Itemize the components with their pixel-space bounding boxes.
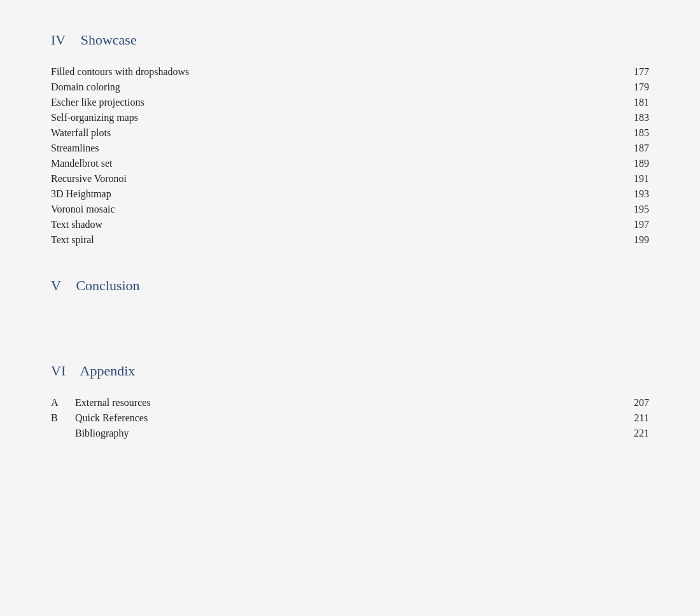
section-conclusion: V Conclusion	[51, 277, 649, 331]
page-num-waterfall-plots: 185	[611, 127, 649, 139]
section-title-appendix: Appendix	[80, 363, 136, 379]
entry-title-self-organizing-maps: Self-organizing maps	[51, 112, 611, 123]
entry-title-voronoi-mosaic: Voronoi mosaic	[51, 204, 611, 215]
entry-title-streamlines: Streamlines	[51, 143, 611, 154]
entry-title-domain-coloring: Domain coloring	[51, 81, 611, 93]
page-num-3d-heightmap: 193	[611, 188, 649, 200]
entry-title-quick-references: Quick References	[75, 412, 611, 424]
appendix-entry-external-resources: A External resources 207	[51, 397, 649, 409]
page-num-self-organizing-maps: 183	[611, 112, 649, 123]
toc-entry-text-shadow: Text shadow 197	[51, 219, 649, 230]
toc-entry-3d-heightmap: 3D Heightmap 193	[51, 188, 649, 200]
page-num-filled-contours: 177	[611, 66, 649, 78]
appendix-entry-quick-references: B Quick References 211	[51, 412, 649, 424]
entry-title-text-spiral: Text spiral	[51, 234, 611, 246]
section-numeral-showcase: IV	[51, 32, 66, 48]
toc-entry-mandelbrot-set: Mandelbrot set 189	[51, 158, 649, 169]
toc-entry-self-organizing-maps: Self-organizing maps 183	[51, 112, 649, 123]
section-heading-appendix: VI Appendix	[51, 363, 649, 379]
section-title-conclusion: Conclusion	[76, 277, 139, 293]
toc-entry-escher-projections: Escher like projections 181	[51, 97, 649, 108]
toc-entry-text-spiral: Text spiral 199	[51, 234, 649, 246]
entry-title-escher-projections: Escher like projections	[51, 97, 611, 108]
toc-entry-voronoi-mosaic: Voronoi mosaic 195	[51, 204, 649, 215]
section-numeral-conclusion: V	[51, 277, 61, 293]
entry-title-waterfall-plots: Waterfall plots	[51, 127, 611, 139]
entry-title-3d-heightmap: 3D Heightmap	[51, 188, 611, 200]
toc-entry-recursive-voronoi: Recursive Voronoi 191	[51, 173, 649, 185]
entry-title-mandelbrot-set: Mandelbrot set	[51, 158, 611, 169]
toc-entry-domain-coloring: Domain coloring 179	[51, 81, 649, 93]
section-appendix: VI Appendix A External resources 207 B Q…	[51, 363, 649, 439]
page-num-quick-references: 211	[611, 412, 649, 424]
page-num-domain-coloring: 179	[611, 81, 649, 93]
page-num-recursive-voronoi: 191	[611, 173, 649, 185]
toc-entries-showcase: Filled contours with dropshadows 177 Dom…	[51, 66, 649, 246]
page-num-external-resources: 207	[611, 397, 649, 409]
section-showcase: IV Showcase Filled contours with dropsha…	[51, 32, 649, 246]
entry-title-recursive-voronoi: Recursive Voronoi	[51, 173, 611, 185]
page-num-text-spiral: 199	[611, 234, 649, 246]
page-num-streamlines: 187	[611, 143, 649, 154]
section-numeral-appendix: VI	[51, 363, 66, 379]
entry-title-text-shadow: Text shadow	[51, 219, 611, 230]
appendix-letter-b: B	[51, 412, 69, 424]
page-num-escher-projections: 181	[611, 97, 649, 108]
entry-title-bibliography: Bibliography	[75, 428, 611, 439]
toc-entry-waterfall-plots: Waterfall plots 185	[51, 127, 649, 139]
section-heading-showcase: IV Showcase	[51, 32, 649, 48]
page-num-voronoi-mosaic: 195	[611, 204, 649, 215]
section-heading-conclusion: V Conclusion	[51, 277, 649, 294]
appendix-letter-a: A	[51, 397, 69, 409]
toc-entry-streamlines: Streamlines 187	[51, 143, 649, 154]
toc-entries-appendix: A External resources 207 B Quick Referen…	[51, 397, 649, 439]
entry-title-filled-contours: Filled contours with dropshadows	[51, 66, 611, 78]
page-num-text-shadow: 197	[611, 219, 649, 230]
page-num-bibliography: 221	[611, 428, 649, 439]
entry-title-external-resources: External resources	[75, 397, 611, 409]
section-title-showcase: Showcase	[81, 32, 137, 48]
appendix-entry-bibliography: Bibliography 221	[51, 428, 649, 439]
page-num-mandelbrot-set: 189	[611, 158, 649, 169]
table-of-contents: IV Showcase Filled contours with dropsha…	[51, 32, 649, 439]
toc-entry-filled-contours: Filled contours with dropshadows 177	[51, 66, 649, 78]
